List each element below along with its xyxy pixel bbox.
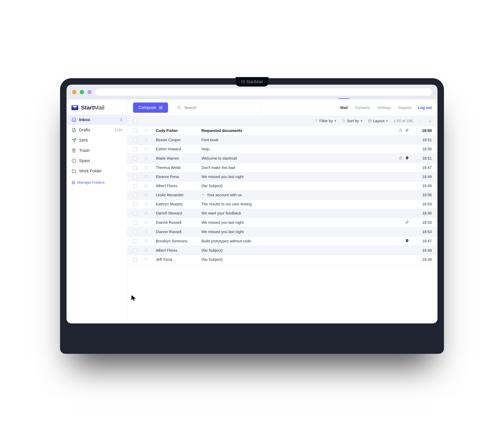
flag-icon[interactable] <box>144 239 149 243</box>
message-row[interactable]: Kathryn MurphyThe results to our user te… <box>127 200 438 209</box>
row-checkbox[interactable] <box>133 193 137 197</box>
message-sender: Eleanor Pena <box>156 175 198 179</box>
flag-icon[interactable] <box>144 211 149 216</box>
flag-icon[interactable] <box>144 193 149 197</box>
flag-icon[interactable] <box>144 258 149 262</box>
row-checkbox[interactable] <box>133 258 137 262</box>
search-input[interactable] <box>184 105 257 110</box>
compose-button[interactable]: Compose <box>133 103 168 113</box>
row-checkbox[interactable] <box>133 211 137 216</box>
flag-icon[interactable] <box>144 156 149 161</box>
message-row[interactable]: Wade WarrenWelcome to startmail18:51 <box>127 154 438 163</box>
flag-icon[interactable] <box>144 138 149 142</box>
message-row[interactable]: Cody FisherRequested documents18:50 <box>127 126 438 136</box>
manage-folders-link[interactable]: Manage Folders <box>66 176 127 189</box>
inbox-icon <box>72 117 76 122</box>
message-sender: Bessie Cooper <box>156 138 198 142</box>
row-checkbox[interactable] <box>133 239 137 243</box>
window-minimize-icon[interactable] <box>80 90 84 94</box>
message-row[interactable]: Darrell StewardWe want your feedback18:4… <box>127 209 438 218</box>
layout-label: Layout <box>373 119 385 123</box>
row-checkbox[interactable] <box>133 138 137 142</box>
nav-tab-settings[interactable]: Settings <box>376 104 391 112</box>
flag-icon[interactable] <box>144 202 149 206</box>
flag-icon[interactable] <box>144 249 149 253</box>
message-row[interactable]: Jeff Torza(No Subject)18:49 <box>127 255 438 264</box>
address-bar[interactable] <box>95 88 432 96</box>
forward-icon <box>201 193 205 197</box>
laptop-frame: StartMail StartMail Inbox1Drafts1234Sent… <box>60 78 444 354</box>
flag-icon[interactable] <box>144 147 149 151</box>
shield-icon <box>405 239 409 243</box>
compose-label: Compose <box>138 105 156 110</box>
sidebar-folder-spam[interactable]: Spam <box>66 156 127 166</box>
sidebar-folder-draft[interactable]: Drafts1234 <box>66 125 127 135</box>
svg-point-3 <box>178 106 180 109</box>
message-row[interactable]: Dianne RussellWe missed you last night18… <box>127 227 438 236</box>
row-checkbox[interactable] <box>133 202 137 206</box>
message-row[interactable]: Albert Flores(No Subject)18:49 <box>127 181 438 190</box>
sidebar-folder-sent[interactable]: Sent <box>66 135 127 145</box>
sidebar-folder-folder[interactable]: Work Folder <box>66 166 127 176</box>
message-subject: We missed you last night <box>201 220 375 225</box>
message-sender: Jeff Torza <box>156 257 198 262</box>
row-checkbox[interactable] <box>133 230 137 234</box>
nav-tab-contacts[interactable]: Contacts <box>354 104 371 112</box>
trash-icon <box>72 148 76 153</box>
message-sender: Dianne Russell <box>156 230 198 234</box>
row-checkbox[interactable] <box>133 166 137 170</box>
page-next-button[interactable]: → <box>428 119 432 123</box>
attachment-icon <box>405 220 409 225</box>
row-checkbox[interactable] <box>133 129 137 133</box>
message-time: 18:47 <box>413 165 432 170</box>
message-row[interactable]: Eleanor PenaWe missed you last night18:4… <box>127 172 438 181</box>
flag-icon[interactable] <box>144 184 149 188</box>
chevron-down-icon: ▾ <box>386 119 388 123</box>
folder-count: 1 <box>120 118 122 122</box>
select-all-checkbox[interactable] <box>133 119 137 123</box>
row-checkbox[interactable] <box>133 221 137 225</box>
message-row[interactable]: Theresa WebbDon't make this bad18:47 <box>127 163 438 172</box>
message-row[interactable]: Dianne RussellWe missed you last night18… <box>127 218 438 227</box>
layout-button[interactable]: Layout ▾ <box>368 119 388 123</box>
window-maximize-icon[interactable] <box>87 90 92 94</box>
flag-icon[interactable] <box>144 230 149 234</box>
message-subject: Don't make this bad <box>201 165 375 170</box>
nav-tab-mail[interactable]: Mail <box>340 104 349 112</box>
sidebar-folder-inbox[interactable]: Inbox1 <box>66 115 127 125</box>
flag-icon[interactable] <box>144 175 149 179</box>
draft-icon <box>72 128 76 132</box>
row-checkbox[interactable] <box>133 175 137 179</box>
message-time: 18:51 <box>413 138 432 142</box>
message-subject: Build prototypes without code <box>201 239 375 243</box>
row-checkbox[interactable] <box>133 184 137 188</box>
folder-label: Inbox <box>79 117 90 122</box>
search-box[interactable] <box>173 103 261 112</box>
sidebar-folder-trash[interactable]: Trash <box>66 145 127 156</box>
message-row[interactable]: Brooklyn SimmonsBuild prototypes without… <box>127 236 438 246</box>
row-checkbox[interactable] <box>133 147 137 151</box>
message-sender: Dianne Russell <box>156 220 198 225</box>
message-sender: Brooklyn Simmons <box>156 239 198 243</box>
message-row[interactable]: Leslie AlexanderYour account with us18:5… <box>127 190 438 200</box>
window-close-icon[interactable] <box>72 90 76 94</box>
sort-button[interactable]: Sort by ▾ <box>342 119 362 123</box>
browser-chrome <box>66 85 438 99</box>
folder-label: Spam <box>79 158 90 163</box>
filter-button[interactable]: Filter by ▾ <box>314 119 336 123</box>
nav-tab-support[interactable]: Support <box>397 104 412 112</box>
row-checkbox[interactable] <box>133 249 137 253</box>
message-time: 18:53 <box>413 220 432 225</box>
flag-icon[interactable] <box>144 166 149 170</box>
message-time: 18:49 <box>413 184 432 188</box>
filter-label: Filter by <box>319 119 333 123</box>
flag-icon[interactable] <box>144 221 149 225</box>
logout-link[interactable]: Log out <box>418 105 432 110</box>
page-prev-button[interactable]: ← <box>418 119 422 123</box>
message-row[interactable]: Albert Flores(No Subject)18:49 <box>127 246 438 255</box>
message-row[interactable]: Bessie CooperFont book18:51 <box>127 136 438 145</box>
message-time: 18:49 <box>413 175 432 179</box>
message-row[interactable]: Esther HowardHelp,18:50 <box>127 145 438 154</box>
row-checkbox[interactable] <box>133 156 137 161</box>
flag-icon[interactable] <box>144 129 149 133</box>
